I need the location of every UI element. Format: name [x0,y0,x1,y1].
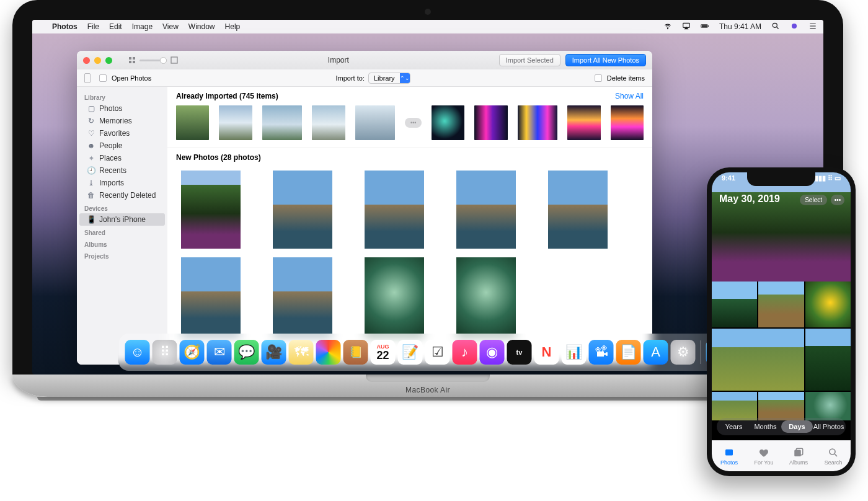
airplay-icon[interactable] [682,22,691,32]
new-photo-thumb[interactable] [273,171,332,249]
dock-numbers[interactable]: 📊 [562,340,587,365]
dock-facetime[interactable]: 🎥 [262,340,286,365]
menubar-app-name[interactable]: Photos [52,22,78,31]
new-photo-thumb[interactable] [181,171,241,249]
notification-center-icon[interactable] [808,22,817,32]
iphone-tile[interactable] [712,329,804,391]
imported-thumb[interactable] [432,105,464,140]
dock-mail[interactable]: ✉︎ [207,340,232,365]
import-all-button[interactable]: Import All New Photos [565,54,646,66]
new-photo-thumb[interactable] [456,257,516,335]
new-photo-thumb[interactable] [456,171,516,249]
open-photos-checkbox[interactable] [99,74,107,82]
thumbnail-zoom-slider[interactable] [128,56,178,64]
dock-reminders[interactable]: ☑︎ [425,340,450,365]
iphone-tile[interactable] [805,282,851,327]
imported-thumb[interactable] [262,105,303,140]
dock-maps[interactable]: 🗺 [289,340,314,365]
window-titlebar[interactable]: Import Import Selected Import All New Ph… [77,51,652,69]
window-title: Import [183,56,494,64]
tab-photos[interactable]: Photos [712,441,746,471]
import-selected-button[interactable]: Import Selected [499,54,560,66]
window-close-button[interactable] [83,57,90,64]
seg-years[interactable]: Years [718,420,750,433]
window-traffic-lights [83,57,112,64]
menubar-image[interactable]: Image [132,22,153,31]
imported-thumb[interactable] [518,105,558,140]
imported-thumb[interactable] [474,105,507,140]
new-photo-thumb[interactable] [181,257,241,335]
spotlight-icon[interactable] [771,22,780,32]
wifi-icon[interactable] [663,22,672,32]
dock-news[interactable]: N [534,340,559,365]
more-thumbs-indicator[interactable]: ••• [405,118,422,128]
sidebar-header-albums[interactable]: Albums [77,237,167,249]
new-photo-thumb[interactable] [548,171,608,249]
sidebar-item-favorites[interactable]: ♡Favorites [79,127,165,140]
battery-icon[interactable] [701,22,709,32]
sidebar-item-imports[interactable]: ⤓Imports [79,177,165,189]
seg-days[interactable]: Days [781,420,813,433]
iphone-tile[interactable] [758,282,804,327]
menubar-file[interactable]: File [87,22,99,31]
tab-foryou[interactable]: For You [746,441,781,471]
dock-contacts[interactable]: 📒 [343,340,368,365]
sidebar-header-projects[interactable]: Projects [77,249,167,261]
menubar-window[interactable]: Window [188,22,215,31]
dock-podcasts[interactable]: ◉ [480,340,505,365]
show-all-link[interactable]: Show All [615,92,644,100]
sidebar-item-people[interactable]: ☻People [79,140,165,152]
sidebar-item-photos[interactable]: ▢Photos [79,102,165,115]
dock-photos[interactable] [316,340,341,365]
dock-pages[interactable]: 📄 [616,340,641,365]
new-photo-thumb[interactable] [365,171,424,249]
imported-thumb[interactable] [219,105,252,140]
iphone-tile[interactable] [712,392,757,420]
iphone-more-button[interactable]: ••• [831,195,844,205]
iphone-tile[interactable] [758,392,804,420]
window-fullscreen-button[interactable] [105,57,112,64]
iphone-hero-photo[interactable]: May 30, 2019 Select ••• [712,172,851,282]
imported-thumb[interactable] [611,105,644,140]
dock-safari[interactable]: 🧭 [180,340,205,365]
dock-finder[interactable]: ☺ [125,340,150,365]
menubar-edit[interactable]: Edit [109,22,122,31]
imported-thumb[interactable] [355,105,396,140]
iphone-tile[interactable] [805,392,851,420]
window-minimize-button[interactable] [94,57,101,64]
dock-calendar[interactable]: AUG22 [371,340,396,365]
imported-thumb[interactable] [567,105,600,140]
siri-icon[interactable] [790,22,799,32]
menubar-view[interactable]: View [162,22,179,31]
already-imported-title: Already Imported (745 items) [176,92,278,100]
tab-search[interactable]: Search [816,441,851,471]
dock-messages[interactable]: 💬 [234,340,259,365]
import-to-select[interactable]: Library ⌃⌄ [368,73,410,84]
imported-thumb[interactable] [176,105,209,140]
iphone-select-button[interactable]: Select [800,195,827,205]
new-photo-thumb[interactable] [273,257,332,335]
tab-albums[interactable]: Albums [781,441,816,471]
seg-months[interactable]: Months [750,420,781,433]
dock-launchpad[interactable]: ⠿ [153,340,177,365]
sidebar-item-recently-deleted[interactable]: 🗑Recently Deleted [79,189,165,202]
sidebar-item-memories[interactable]: ↻Memories [79,115,165,127]
iphone-tile[interactable] [712,282,757,327]
sidebar-item-device-iphone[interactable]: 📱John's iPhone [79,213,165,226]
seg-allphotos[interactable]: All Photos [813,420,844,433]
dock-notes[interactable]: 📝 [398,340,423,365]
iphone-tile[interactable] [805,329,851,391]
dock-music[interactable]: ♪ [453,340,477,365]
menubar-clock[interactable]: Thu 9:41 AM [719,22,761,31]
delete-items-checkbox[interactable] [595,74,602,82]
imported-thumb[interactable] [312,105,345,140]
sidebar-item-recents[interactable]: 🕘Recents [79,164,165,177]
dock-keynote[interactable]: 📽 [589,340,614,365]
menubar-help[interactable]: Help [225,22,241,31]
sidebar-header-shared[interactable]: Shared [77,226,167,237]
dock-tv[interactable]: tv [507,340,532,365]
dock-appstore[interactable]: A [644,340,668,365]
dock-system-preferences[interactable]: ⚙︎ [671,340,696,365]
sidebar-item-places[interactable]: ⌖Places [79,152,165,164]
new-photo-thumb[interactable] [365,257,424,335]
